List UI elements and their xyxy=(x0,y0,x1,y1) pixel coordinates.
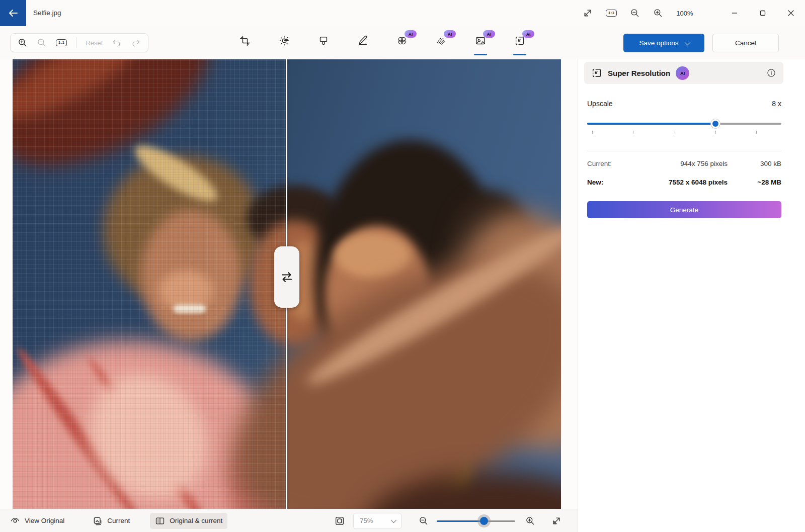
eye-icon xyxy=(10,516,20,526)
view-split-button[interactable]: Original & current xyxy=(150,513,227,529)
canvas-zoom-out-icon[interactable] xyxy=(37,38,47,48)
file-title: Selfie.jpg xyxy=(33,9,61,17)
cancel-label: Cancel xyxy=(735,39,756,47)
back-button[interactable] xyxy=(0,0,26,26)
reset-button[interactable]: Reset xyxy=(86,39,103,47)
crop-tool[interactable] xyxy=(236,30,254,55)
background-tool[interactable]: AI xyxy=(472,30,489,55)
chevron-down-icon xyxy=(684,39,690,45)
canvas-area xyxy=(0,59,578,509)
undo-icon[interactable] xyxy=(112,38,122,48)
filter-icon xyxy=(318,35,329,46)
ai-badge: AI xyxy=(405,30,417,38)
panel-title: Super Resolution xyxy=(608,69,670,77)
fullscreen-icon[interactable] xyxy=(551,516,561,526)
ai-badge: AI xyxy=(444,30,456,38)
new-filesize: ~28 MB xyxy=(728,179,781,186)
current-stats-row: Current: 944x 756 pixels 300 kB xyxy=(587,160,781,167)
brightness-icon xyxy=(279,35,290,46)
upscale-label: Upscale xyxy=(587,100,613,108)
pixelated-original-overlay xyxy=(13,59,287,509)
zoom-out-icon[interactable] xyxy=(630,8,640,18)
upscale-slider[interactable] xyxy=(587,119,781,129)
current-filesize: 300 kB xyxy=(728,160,781,167)
super-resolution-tool[interactable]: AI xyxy=(511,30,528,55)
generate-label: Generate xyxy=(670,206,698,214)
canvas-zoom-select[interactable]: 75% xyxy=(353,513,401,529)
photos-app-window: Selfie.jpg 1:1 100% xyxy=(0,0,805,532)
current-dimensions: 944x 756 pixels xyxy=(642,160,728,167)
back-arrow-icon xyxy=(7,7,19,19)
slider-tick xyxy=(592,131,593,134)
canvas-zoom-slider[interactable] xyxy=(437,517,515,525)
ai-badge: AI xyxy=(522,30,534,38)
save-options-button[interactable]: Save options xyxy=(623,34,704,52)
toolbar-divider xyxy=(76,37,76,48)
slider-thumb[interactable] xyxy=(711,119,720,128)
pen-icon xyxy=(357,35,368,46)
panel-divider xyxy=(587,151,781,151)
new-dimensions: 7552 x 6048 pixels xyxy=(642,179,728,186)
canvas-zoom-value: 75% xyxy=(360,517,373,524)
blur-background-tool[interactable]: AI xyxy=(433,30,450,55)
ai-badge: AI xyxy=(676,66,689,80)
save-options-label: Save options xyxy=(639,39,678,47)
view-original-button[interactable]: View Original xyxy=(5,513,69,529)
titlebar-view-controls: 1:1 100% xyxy=(583,0,693,26)
slider-zoom-out-icon[interactable] xyxy=(419,516,429,526)
view-mode-bar: View Original Current Original & current… xyxy=(0,509,578,532)
view-current-button[interactable]: Current xyxy=(88,513,135,529)
minimize-button[interactable] xyxy=(720,0,749,26)
current-image-icon xyxy=(93,516,103,526)
erase-tool[interactable]: AI xyxy=(393,30,411,55)
new-stats-row: New: 7552 x 6048 pixels ~28 MB xyxy=(587,179,781,186)
upscale-value: 8 x xyxy=(772,100,781,108)
current-label: Current: xyxy=(587,160,642,167)
upscale-row: Upscale 8 x xyxy=(587,100,781,108)
expand-icon[interactable] xyxy=(583,8,593,18)
generate-button[interactable]: Generate xyxy=(587,201,781,218)
filter-tool[interactable] xyxy=(315,30,332,55)
active-tool-underline xyxy=(474,54,487,55)
chevron-down-icon xyxy=(391,517,396,522)
fit-to-window-icon[interactable] xyxy=(334,515,345,526)
swap-arrows-icon xyxy=(280,270,294,284)
view-current-label: Current xyxy=(107,517,130,524)
actual-size-icon[interactable]: 1:1 xyxy=(606,10,617,17)
adjust-tool[interactable] xyxy=(276,30,293,55)
panel-header: Super Resolution AI xyxy=(584,62,783,84)
super-resolution-icon xyxy=(591,67,602,78)
canvas-zoom-in-icon[interactable] xyxy=(18,38,28,48)
view-original-label: View Original xyxy=(25,517,64,524)
split-view-icon xyxy=(155,516,165,526)
active-tool-underline xyxy=(513,54,526,55)
canvas-actual-size-icon[interactable]: 1:1 xyxy=(56,39,67,46)
cancel-button[interactable]: Cancel xyxy=(712,34,779,52)
markup-tool[interactable] xyxy=(354,30,371,55)
slider-tick xyxy=(756,131,757,134)
new-label: New: xyxy=(587,179,642,186)
view-split-label: Original & current xyxy=(170,517,222,524)
window-controls xyxy=(720,0,805,26)
super-resolution-panel: Super Resolution AI Upscale 8 x Current:… xyxy=(578,59,805,532)
edit-toolbar: 1:1 Reset xyxy=(0,26,805,59)
slider-tick xyxy=(715,131,716,134)
photo-canvas xyxy=(13,59,561,509)
crop-icon xyxy=(239,35,251,46)
zoom-in-icon[interactable] xyxy=(653,8,663,18)
slider-thumb[interactable] xyxy=(480,517,488,525)
info-icon[interactable] xyxy=(766,68,776,78)
redo-icon[interactable] xyxy=(131,38,141,48)
slider-tick xyxy=(633,131,633,134)
slider-fill xyxy=(437,520,484,522)
photo-blob xyxy=(335,233,410,278)
zoom-history-group: 1:1 Reset xyxy=(10,33,148,52)
compare-split-handle[interactable] xyxy=(274,246,299,308)
slider-tick xyxy=(675,131,675,134)
zoom-level-label: 100% xyxy=(676,10,693,17)
maximize-button[interactable] xyxy=(749,0,777,26)
close-button[interactable] xyxy=(777,0,805,26)
ai-badge: AI xyxy=(483,30,495,38)
slider-zoom-in-icon[interactable] xyxy=(525,516,535,526)
titlebar: Selfie.jpg 1:1 100% xyxy=(0,0,805,26)
